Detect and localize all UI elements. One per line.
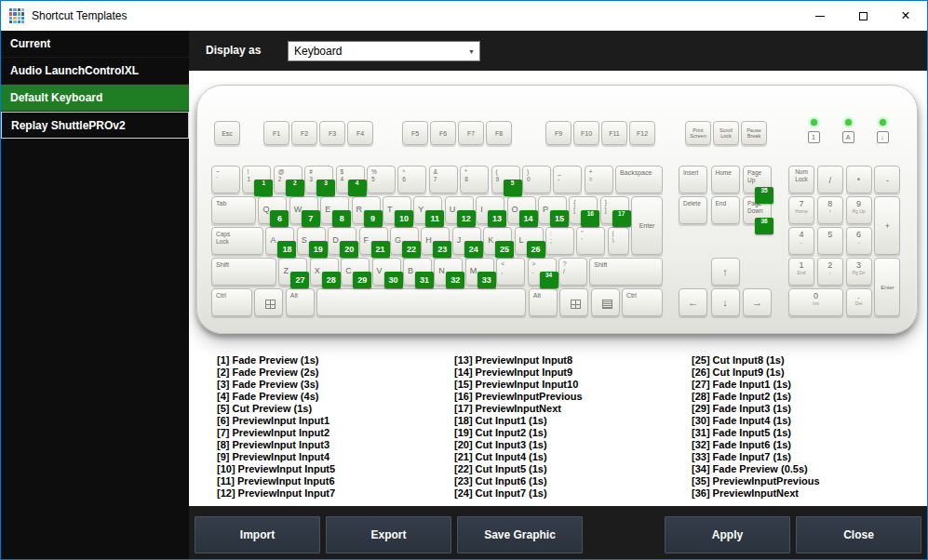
key-sym: <, [496, 258, 525, 286]
minimize-button[interactable] [799, 1, 841, 31]
sidebar-item-audio-launchcontrolxl[interactable]: Audio LaunchControlXL [1, 58, 189, 85]
shortcut-badge-17: 17 [612, 210, 631, 227]
key-row: ↑ [679, 258, 772, 286]
shortcut-badge-11: 11 [425, 210, 444, 227]
shortcut-badge-23: 23 [433, 241, 451, 258]
key-sym: "' [576, 227, 605, 255]
key-o: O14 [507, 196, 536, 224]
key-row: EscF1F2F3F4F5F6F7F8F9F10F11F12PrintScree… [214, 121, 767, 145]
key-m: M33 [465, 258, 494, 286]
shortcut-entry: [33] Fade Input7 (1s) [692, 451, 928, 463]
key-a: A18 [265, 227, 294, 255]
keyboard-graphic: EscF1F2F3F4F5F6F7F8F9F10F11F12PrintScree… [196, 85, 918, 334]
shortcut-column: [1] Fade Preview (1s)[2] Fade Preview (2… [217, 354, 454, 500]
shortcut-badge-14: 14 [519, 210, 538, 227]
template-sidebar: CurrentAudio LaunchControlXLDefault Keyb… [1, 31, 189, 559]
shortcut-entry: [25] Cut Input8 (1s) [692, 354, 928, 367]
key-screen: PrintScreen [685, 121, 711, 145]
caps-lock-indicator: A [835, 119, 861, 143]
footer-bar: ImportExportSave GraphicApplyClose [189, 506, 927, 559]
key-w: W7 [289, 196, 318, 224]
shortcut-entry: [26] Cut Input9 (1s) [692, 367, 928, 379]
sidebar-item-current[interactable]: Current [1, 31, 189, 58]
key-i: I13 [476, 196, 504, 224]
key-b: B31 [403, 258, 432, 286]
key-1: !11 [242, 166, 271, 193]
key-sym: / [817, 166, 843, 193]
num-lock-indicator: 1 [800, 119, 827, 143]
shortcut-entry: [11] PreviewInput Input6 [217, 475, 454, 487]
key-f3: F3 [319, 121, 345, 145]
chevron-down-icon: ▼ [468, 48, 475, 55]
close-button[interactable]: × [884, 1, 927, 31]
key-g: G22 [390, 227, 419, 255]
footer-spacer [585, 506, 662, 559]
close-button[interactable]: Close [796, 516, 921, 553]
key-k: K25 [483, 227, 512, 255]
key-s: S19 [297, 227, 326, 255]
display-as-label: Display as [206, 44, 261, 57]
titlebar: Shortcut Templates × [1, 1, 927, 31]
key-5: %5 [367, 166, 396, 193]
shortcut-entry: [27] Fade Input1 (1s) [692, 379, 928, 391]
scroll-lock-led-icon [880, 119, 886, 126]
key-shift: Shift [589, 258, 663, 286]
windows-key-icon [265, 300, 276, 309]
shortcut-entry: [36] PreviewInputNext [692, 487, 928, 500]
shortcut-entry: [23] Cut Input6 (1s) [454, 475, 692, 487]
minimize-icon [815, 16, 825, 17]
apply-button[interactable]: Apply [665, 516, 790, 553]
shortcut-badge-9: 9 [364, 210, 383, 227]
shortcut-badge-7: 7 [302, 210, 320, 227]
import-button[interactable]: Import [195, 516, 320, 553]
shortcut-entry: [12] PreviewInput Input7 [217, 487, 454, 500]
shortcut-badge-32: 32 [446, 272, 464, 288]
shortcut-entry: [18] Cut Input1 (1s) [454, 415, 692, 427]
shortcut-entry: [1] Fade Preview (1s) [217, 354, 454, 367]
shortcut-badge-35: 35 [755, 187, 773, 204]
key-9: (95 [491, 166, 520, 193]
key-f2: F2 [291, 121, 317, 145]
key-p: P15 [538, 196, 567, 224]
shortcut-entry: [24] Cut Input7 (1s) [454, 487, 692, 500]
shortcut-entry: [2] Fade Preview (2s) [217, 367, 454, 379]
key-sym: ↓ [711, 288, 740, 316]
shortcut-column: [25] Cut Input8 (1s)[26] Cut Input9 (1s)… [692, 354, 928, 500]
key-r: R9 [352, 196, 381, 224]
key-f11: F11 [601, 121, 627, 145]
display-as-select[interactable]: Keyboard ▼ [288, 41, 480, 61]
key-insert: Insert [679, 166, 707, 193]
shortcut-entry: [10] PreviewInput Input5 [217, 463, 454, 475]
shortcut-column: [13] PreviewInput Input8[14] PreviewInpu… [454, 354, 692, 500]
key-sym: - [874, 166, 900, 193]
shortcut-entry: [3] Fade Preview (3s) [217, 379, 454, 391]
shortcut-badge-16: 16 [581, 210, 599, 227]
key-f5: F5 [402, 121, 428, 145]
key-sym: :; [545, 227, 574, 255]
shortcut-badge-3: 3 [316, 180, 335, 196]
maximize-button[interactable] [841, 1, 884, 31]
key-row: ShiftZ27X28C29V30B31N32M33<,>.34?/Shift [211, 258, 663, 286]
num-lock-led-icon [811, 119, 817, 126]
key-break: PauseBreak [741, 121, 767, 145]
key-x: X28 [310, 258, 339, 286]
key-5: 5 [817, 227, 843, 255]
key-t: T10 [383, 196, 411, 224]
shortcut-entry: [31] Fade Input5 (1s) [692, 427, 928, 439]
shortcut-entry: [9] PreviewInput Input4 [217, 451, 454, 463]
save-graphic-button[interactable]: Save Graphic [457, 516, 583, 553]
sidebar-item-default-keyboard[interactable]: Default Keyboard [1, 85, 189, 112]
key-d: D20 [328, 227, 356, 255]
key-sym: .Del [846, 288, 872, 316]
app-logo-icon [9, 8, 24, 23]
key-backspace: Backspace [615, 166, 663, 193]
shortcut-badge-13: 13 [488, 210, 506, 227]
key-4: $44 [336, 166, 365, 193]
sidebar-item-replay-shuttleprov2[interactable]: Replay ShuttlePROv2 [1, 112, 189, 139]
key-row: ~`!11@22#33$44%5^6&7*8(95)0_-+=Backspace [211, 166, 663, 193]
shortcut-badge-20: 20 [340, 241, 358, 258]
export-button[interactable]: Export [326, 516, 451, 553]
shortcut-badge-31: 31 [415, 272, 434, 288]
key-f: F21 [359, 227, 388, 255]
key-space [316, 288, 526, 316]
